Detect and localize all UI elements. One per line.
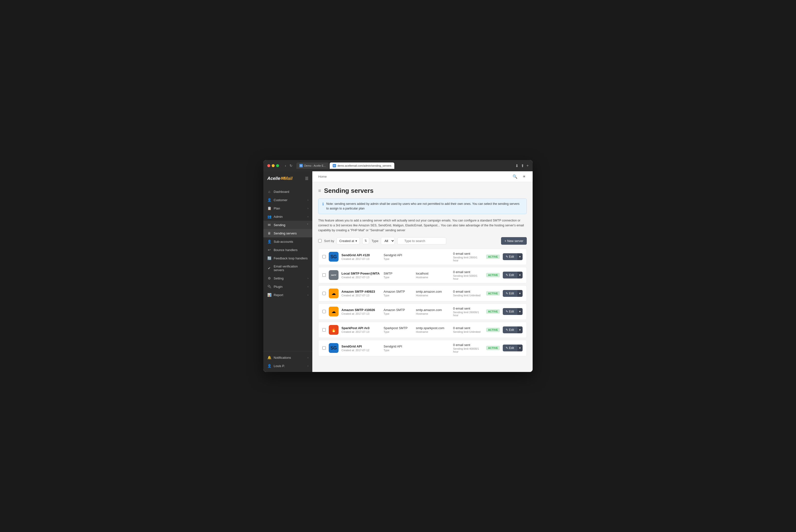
sort-by-button[interactable]: Created at ▾	[337, 238, 360, 245]
sidebar-item-sub-accounts[interactable]: 👤 Sub-accounts	[263, 238, 312, 246]
new-server-button[interactable]: + New server	[501, 237, 527, 245]
share-icon[interactable]: ⬆	[521, 164, 524, 168]
edit-button[interactable]: ✎ Edit	[503, 326, 517, 333]
sort-order-button[interactable]: ⇅	[362, 238, 369, 244]
sidebar-item-user[interactable]: 👤 Louis P. ›	[263, 362, 312, 370]
sidebar-item-plan[interactable]: 📋 Plan ›	[263, 204, 312, 212]
server-stats: 0 email sent Sending limit 26000/1 hour	[453, 307, 483, 317]
refresh-button[interactable]: ↻	[289, 163, 293, 168]
row-checkbox[interactable]	[322, 292, 326, 295]
hostname-label: Hostname	[416, 276, 450, 279]
sidebar: Acelle✉Mail ☰ ⌂ Dashboard 👤 Customer › 📋…	[263, 171, 312, 372]
sidebar-item-sending[interactable]: ✉ Sending ˅	[263, 221, 312, 229]
toolbar: Sort by Created at ▾ ⇅ Type All 🔍	[318, 237, 527, 245]
dashboard-icon: ⌂	[267, 190, 271, 194]
sidebar-item-admin[interactable]: 👥 Admin ›	[263, 212, 312, 221]
chevron-right-icon: ›	[307, 207, 308, 210]
server-info: Amazon SMTP #40923 Created at: 2017-07-1…	[341, 290, 381, 297]
server-info: Local SMTP Power@MTA Created at: 2017-07…	[341, 272, 381, 279]
actions-dropdown-button[interactable]: ▾	[517, 308, 523, 315]
sidebar-item-label: Feedback loop handlers	[274, 256, 308, 260]
edit-button[interactable]: ✎ Edit	[503, 308, 517, 315]
edit-button[interactable]: ✎ Edit	[503, 272, 517, 279]
select-all-checkbox[interactable]	[318, 239, 322, 243]
plugin-icon: 🔌	[267, 285, 271, 288]
search-input[interactable]	[397, 238, 446, 245]
browser-window: ‹ ↻ M Demo - Acelle E... M demo.acellema…	[263, 160, 533, 372]
row-checkbox[interactable]	[322, 255, 326, 259]
sidebar-item-notifications[interactable]: 🔔 Notifications ›	[263, 353, 312, 362]
server-actions: ✎ Edit ▾	[503, 308, 523, 315]
server-hostname: smtp.amazon.com Hostname	[416, 308, 450, 315]
server-type-label: Type	[383, 258, 413, 260]
sidebar-item-email-verification-servers[interactable]: ✔ Email verification servers	[263, 262, 312, 274]
server-actions: ✎ Edit ▾	[503, 290, 523, 297]
tab-label-1: Demo - Acelle E...	[304, 164, 326, 167]
server-name: SparkPost API #v3	[341, 326, 381, 330]
server-logo: SG	[329, 252, 339, 262]
main-content: Home 🔍 ☀ ≡ Sending servers ℹ Note: sendi…	[312, 171, 533, 372]
minimize-button[interactable]	[272, 164, 274, 167]
server-actions: ✎ Edit ▾	[503, 253, 523, 260]
actions-dropdown-button[interactable]: ▾	[517, 272, 523, 279]
maximize-button[interactable]	[276, 164, 279, 167]
email-sent: 0 email sent	[453, 270, 483, 274]
server-created-at: Created at: 2017-07-12	[341, 349, 381, 352]
edit-button[interactable]: ✎ Edit	[503, 290, 517, 297]
tab-url: demo.acellemail.com/admin/sending_server…	[338, 164, 392, 167]
page-header: ≡ Sending servers	[318, 187, 527, 194]
tab-favicon-2: M	[333, 164, 336, 167]
server-logo: SMTP	[329, 270, 339, 280]
list-icon: ≡	[318, 188, 321, 194]
tab-demo[interactable]: M Demo - Acelle E...	[297, 163, 329, 169]
theme-toggle-button[interactable]: ☀	[522, 173, 527, 180]
bell-icon: 🔔	[267, 356, 271, 360]
email-sent: 0 email sent	[453, 290, 483, 293]
sort-dropdown-icon: ▾	[355, 239, 357, 243]
sidebar-item-bounce-handlers[interactable]: ↩ Bounce handlers	[263, 246, 312, 254]
sidebar-item-label: Bounce handlers	[274, 248, 308, 252]
sidebar-item-plugin[interactable]: 🔌 Plugin ›	[263, 282, 312, 291]
actions-dropdown-button[interactable]: ▾	[517, 345, 523, 352]
edit-button[interactable]: ✎ Edit	[503, 345, 517, 352]
tab-sending-servers[interactable]: M demo.acellemail.com/admin/sending_serv…	[330, 163, 394, 169]
sidebar-item-customer[interactable]: 👤 Customer ›	[263, 196, 312, 204]
sidebar-item-setting[interactable]: ⚙ Setting ›	[263, 274, 312, 282]
download-icon[interactable]: ⬇	[515, 164, 518, 168]
tab-favicon: M	[299, 164, 303, 167]
menu-toggle-icon[interactable]: ☰	[305, 176, 308, 181]
sidebar-item-sending-servers[interactable]: 🖥 Sending servers	[263, 229, 312, 238]
sidebar-item-label: Louis P.	[274, 364, 305, 368]
new-tab-icon[interactable]: +	[527, 164, 529, 168]
actions-dropdown-button[interactable]: ▾	[517, 253, 523, 260]
server-type-label: Type	[383, 312, 413, 315]
actions-dropdown-button[interactable]: ▾	[517, 326, 523, 333]
bounce-icon: ↩	[267, 248, 271, 252]
server-created-at: Created at: 2017-07-13	[341, 294, 381, 297]
edit-button[interactable]: ✎ Edit	[503, 253, 517, 260]
sidebar-item-label: Email verification servers	[274, 265, 308, 272]
sidebar-item-label: Customer	[274, 198, 305, 202]
sidebar-item-dashboard[interactable]: ⌂ Dashboard	[263, 187, 312, 196]
search-button[interactable]: 🔍	[512, 173, 518, 180]
back-button[interactable]: ‹	[284, 163, 287, 168]
server-type-label: Type	[383, 294, 413, 297]
sidebar-item-label: Plugin	[274, 285, 305, 288]
verification-icon: ✔	[267, 266, 271, 270]
actions-dropdown-button[interactable]: ▾	[517, 290, 523, 297]
type-select[interactable]: All	[381, 237, 395, 245]
top-actions: 🔍 ☀	[512, 173, 527, 180]
row-checkbox[interactable]	[322, 328, 326, 331]
chevron-down-icon: ˅	[307, 224, 308, 227]
server-info: SparkPost API #v3 Created at: 2017-07-13	[341, 326, 381, 333]
sidebar-item-report[interactable]: 📊 Report ›	[263, 291, 312, 299]
report-icon: 📊	[267, 293, 271, 297]
server-name: Amazon SMTP #40923	[341, 290, 381, 293]
close-button[interactable]	[267, 164, 270, 167]
sidebar-item-feedback-loop-handlers[interactable]: 🔄 Feedback loop handlers	[263, 254, 312, 262]
hostname-label: Hostname	[416, 330, 450, 333]
row-checkbox[interactable]	[322, 310, 326, 313]
row-checkbox[interactable]	[322, 273, 326, 277]
page-content: ≡ Sending servers ℹ Note: sending server…	[312, 182, 533, 363]
row-checkbox[interactable]	[322, 346, 326, 350]
